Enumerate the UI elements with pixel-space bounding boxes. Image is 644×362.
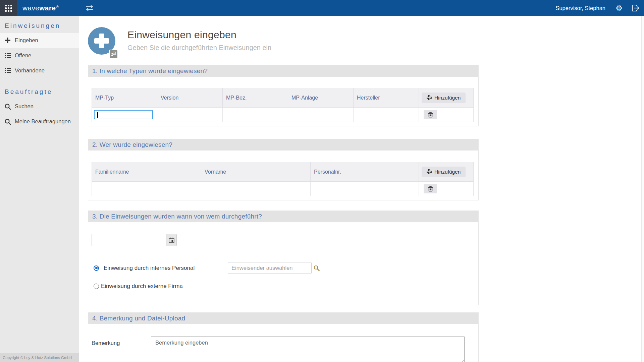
sidebar-item-meine-beauftragungen[interactable]: Meine Beauftragungen [0,114,79,129]
topbar-right-group: Supervisor, Stephan ⚙ [555,0,644,16]
table-header-row: MP-Typ Version MP-Bez. MP-Anlage Herstel… [92,88,474,108]
radio-external-label[interactable]: Einweisung durch externe Firma [101,283,183,290]
sidebar-item-label: Meine Beauftragungen [15,118,71,125]
delete-row-button[interactable] [424,184,437,193]
gear-icon: ⚙ [615,4,623,12]
vorname-cell[interactable] [201,182,311,196]
logo-registered-mark: ® [56,5,59,9]
mp-typ-cell[interactable] [92,108,157,122]
sidebar-item-label: Vorhandene [15,67,45,74]
section-4-panel: 4. Bemerkung und Datei-Upload Bemerkung [88,312,479,362]
mp-anlage-cell[interactable] [288,108,354,122]
add-button-label: Hinzufügen [434,169,461,175]
radio-row-external: Einweisung durch externe Firma [94,283,478,305]
delete-row-button[interactable] [424,110,437,119]
mp-bez-cell[interactable] [223,108,288,122]
copyright-footer: Copyright © Loy & Hutz Solutions GmbH [0,353,79,362]
date-input[interactable] [92,234,166,246]
plus-icon [427,95,432,100]
section-4-title: 4. Bemerkung und Datei-Upload [88,313,478,324]
trash-icon [428,112,433,118]
column-header-mp-bez: MP-Bez. [223,88,288,108]
presenter-badge-icon [109,50,118,59]
logo-text-light: wave [22,4,39,12]
logo-text-bold: ware [39,4,56,12]
plus-icon [427,169,432,174]
search-icon [5,119,13,125]
sidebar-item-eingeben[interactable]: Eingeben [0,33,79,48]
version-cell[interactable] [157,108,223,122]
swap-arrows-button[interactable] [84,3,95,13]
mp-typ-input[interactable] [94,110,153,119]
familienname-cell[interactable] [92,182,201,196]
calendar-button[interactable] [166,234,177,246]
remark-field-group: Bemerkung [88,324,478,362]
radio-internal[interactable] [94,265,99,271]
page-subtitle: Geben Sie die durchgeführten Einweisunge… [127,44,271,52]
current-user-label[interactable]: Supervisor, Stephan [555,0,611,16]
sidebar-heading-einweisungen: Einweisungen [0,16,79,33]
table-row [92,182,474,196]
search-gold-icon[interactable] [314,265,320,271]
vertical-scrollbar[interactable] [641,16,644,362]
list-icon [5,53,13,58]
personen-table: Familienname Vorname Personalnr. Hinzufü… [92,162,474,196]
settings-button[interactable]: ⚙ [611,0,627,16]
main-content: Einweisungen eingeben Geben Sie die durc… [79,16,644,362]
list-icon [5,68,13,73]
sidebar-item-suchen[interactable]: Suchen [0,99,79,114]
row-action-cell [419,108,474,122]
remark-textarea[interactable] [151,337,465,362]
column-header-version: Version [157,88,223,108]
einweisender-picker-group [228,262,320,274]
remark-label: Bemerkung [92,337,151,346]
trash-icon [428,186,433,192]
plus-circle-presenter-icon [88,27,117,57]
sidebar-item-label: Eingeben [15,37,38,44]
column-header-mp-anlage: MP-Anlage [288,88,354,108]
page-header: Einweisungen eingeben Geben Sie die durc… [88,27,479,57]
column-header-mp-typ: MP-Typ [92,88,157,108]
waveware-logo: waveware® [22,0,59,16]
date-field-group [92,234,478,246]
hersteller-cell[interactable] [354,108,419,122]
app-grid-button[interactable] [0,0,17,16]
radio-internal-label[interactable]: Einweisung durch internes Personal [104,265,228,272]
column-header-vorname: Vorname [201,162,311,182]
sidebar: Einweisungen Eingeben Offene [0,16,79,362]
add-person-button[interactable]: Hinzufügen [422,167,466,177]
logout-icon [632,4,640,12]
add-button-label: Hinzufügen [434,95,461,101]
top-bar: waveware® Supervisor, Stephan ⚙ [0,0,644,16]
section-1-panel: 1. In welche Typen wurde eingewiesen? MP… [88,65,479,126]
radio-row-internal: Einweisung durch internes Personal [94,262,478,274]
search-icon [5,104,13,110]
sidebar-item-offene[interactable]: Offene [0,48,79,63]
column-header-personalnr: Personalnr. [311,162,419,182]
table-header-row: Familienname Vorname Personalnr. Hinzufü… [92,162,474,182]
mp-typen-table: MP-Typ Version MP-Bez. MP-Anlage Herstel… [92,88,474,122]
action-column-header: Hinzufügen [419,162,474,182]
action-column-header: Hinzufügen [419,88,474,108]
plus-icon [5,38,13,43]
logout-button[interactable] [627,0,644,16]
radio-external[interactable] [94,284,99,289]
calendar-icon [169,237,174,243]
sidebar-heading-beauftragte: Beauftragte [0,78,79,99]
table-row [92,108,474,122]
section-2-panel: 2. Wer wurde eingewiesen? Familienname V… [88,139,479,200]
section-1-title: 1. In welche Typen wurde eingewiesen? [88,65,478,77]
einweisender-input[interactable] [228,262,312,274]
personalnr-cell[interactable] [311,182,419,196]
row-action-cell [419,182,474,196]
text-caret [97,112,98,118]
page-title: Einweisungen eingeben [127,29,271,41]
section-3-title: 3. Die Einweisungen wurden wann von wem … [88,211,478,222]
sidebar-item-label: Offene [15,52,31,59]
section-2-title: 2. Wer wurde eingewiesen? [88,139,478,150]
grid-icon [5,5,12,12]
add-type-button[interactable]: Hinzufügen [422,93,466,103]
section-3-panel: 3. Die Einweisungen wurden wann von wem … [88,210,479,305]
sidebar-item-vorhandene[interactable]: Vorhandene [0,63,79,78]
swap-arrows-icon [85,4,94,12]
